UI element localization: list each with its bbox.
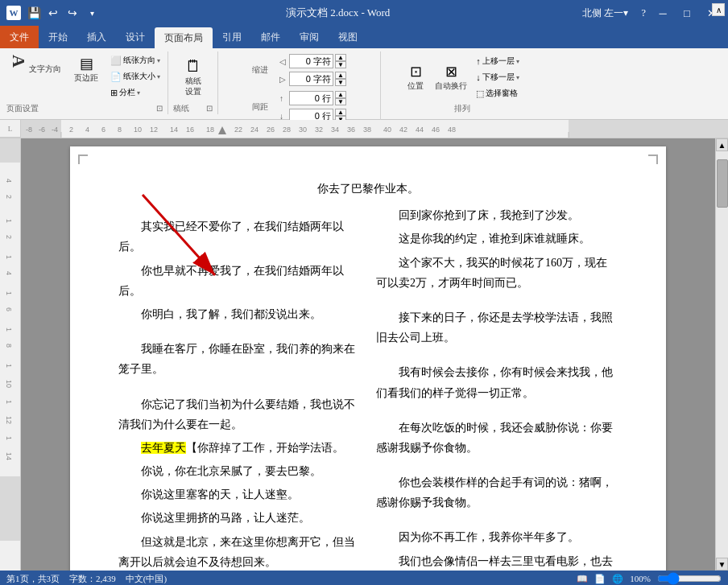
help-button[interactable]: ? bbox=[638, 6, 649, 19]
ribbon-collapse-button[interactable]: ∧ bbox=[712, 3, 725, 16]
tab-mailings[interactable]: 邮件 bbox=[251, 26, 290, 48]
view-page-button[interactable]: 📄 bbox=[594, 574, 606, 584]
tab-view[interactable]: 视图 bbox=[329, 26, 367, 48]
margins-button[interactable]: ▤ 页边距 bbox=[66, 53, 106, 85]
spacer-r2 bbox=[376, 351, 618, 362]
window-title: 演示文档 2.docx - Word bbox=[100, 6, 576, 20]
bring-forward-icon: ↑ bbox=[476, 56, 481, 66]
orientation-button[interactable]: ⬜ 纸张方向 ▾ bbox=[108, 53, 163, 68]
indent-right-down[interactable]: ▼ bbox=[335, 79, 346, 86]
minimize-button[interactable]: ─ bbox=[652, 4, 673, 22]
restore-button[interactable]: □ bbox=[676, 4, 697, 22]
indent-left-up[interactable]: ▲ bbox=[335, 54, 346, 61]
view-read-button[interactable]: 📖 bbox=[577, 574, 588, 584]
arrange-group-label: 排列 bbox=[454, 103, 470, 114]
document-area[interactable]: 你去了巴黎作业本。 其实我已经不爱你了，在我们结婚两年以后。 你也早就不再爱我了… bbox=[21, 138, 715, 571]
tab-home[interactable]: 开始 bbox=[39, 26, 77, 48]
selection-pane-button[interactable]: ⬚ 选择窗格 bbox=[474, 86, 522, 101]
svg-text:40: 40 bbox=[383, 126, 391, 134]
tab-review[interactable]: 审阅 bbox=[290, 26, 329, 48]
tab-references[interactable]: 引用 bbox=[213, 26, 251, 48]
zoom-level: 100% bbox=[630, 574, 651, 583]
columns-button[interactable]: ⊞ 分栏 ▾ bbox=[108, 85, 163, 100]
para-r4: 接下来的日子，你还是去学校学法语，我照旧去公司上班。 bbox=[376, 307, 618, 348]
north-label[interactable]: 北侧 左一▾ bbox=[576, 6, 635, 20]
bring-forward-button[interactable]: ↑ 上移一层 ▾ bbox=[474, 54, 522, 68]
word-app-icon: W bbox=[6, 6, 21, 20]
spacer-r4 bbox=[376, 461, 618, 472]
spacing-before-down[interactable]: ▼ bbox=[335, 98, 346, 105]
page-setup-dialog-launcher[interactable]: ⊡ bbox=[156, 104, 163, 113]
bring-forward-label: 上移一层 bbox=[482, 56, 515, 67]
para-r8: 因为你不再工作，我养你半年多了。 bbox=[376, 527, 618, 547]
draft-dialog-launcher[interactable]: ⊡ bbox=[206, 104, 213, 113]
paper-size-button[interactable]: 📄 纸张大小 ▾ bbox=[108, 69, 163, 84]
status-left: 第1页，共3页 字数：2,439 中文(中国) bbox=[6, 573, 167, 585]
svg-text:6: 6 bbox=[101, 126, 105, 134]
svg-text:24: 24 bbox=[250, 126, 259, 134]
svg-text:14: 14 bbox=[170, 126, 178, 134]
tab-page-layout[interactable]: 页面布局 bbox=[155, 27, 213, 48]
svg-text:14: 14 bbox=[5, 452, 13, 460]
indent-right-up[interactable]: ▲ bbox=[335, 72, 346, 79]
svg-text:18: 18 bbox=[206, 126, 214, 134]
save-button[interactable]: 💾 bbox=[26, 5, 42, 21]
tab-insert[interactable]: 插入 bbox=[77, 26, 116, 48]
orientation-label: 纸张方向 bbox=[123, 55, 155, 66]
para-9: 你说这里拥挤的马路，让人迷茫。 bbox=[118, 508, 360, 528]
scroll-down-button[interactable]: ▼ bbox=[716, 558, 728, 571]
selection-pane-label: 选择窗格 bbox=[486, 88, 518, 99]
tab-design[interactable]: 设计 bbox=[116, 26, 155, 48]
indent-right-input[interactable] bbox=[289, 72, 333, 86]
spacing-after-up[interactable]: ▲ bbox=[335, 109, 346, 116]
svg-text:4: 4 bbox=[85, 126, 89, 134]
position-button[interactable]: ⊡ 位置 bbox=[403, 61, 428, 93]
indent-right-icon: ▷ bbox=[279, 75, 287, 84]
draft-icon: 🗒 bbox=[185, 57, 201, 76]
svg-text:22: 22 bbox=[234, 126, 242, 134]
indent-right-row: ▷ ▲ ▼ bbox=[279, 72, 346, 86]
svg-text:-6: -6 bbox=[39, 126, 45, 134]
spacing-before-input[interactable] bbox=[289, 91, 333, 105]
send-backward-button[interactable]: ↓ 下移一层 ▾ bbox=[474, 70, 522, 84]
scroll-thumb[interactable] bbox=[717, 159, 728, 208]
vertical-ruler: 4 2 1 2 1 4 1 6 1 8 1 10 1 12 1 14 bbox=[0, 138, 21, 571]
zoom-slider[interactable] bbox=[657, 574, 722, 583]
svg-rect-1 bbox=[569, 120, 728, 138]
para-2: 你也早就不再爱我了，在我们结婚两年以后。 bbox=[118, 261, 360, 301]
scroll-track[interactable] bbox=[716, 151, 728, 558]
ruler-corner[interactable]: L bbox=[0, 120, 21, 138]
undo-button[interactable]: ↩ bbox=[45, 5, 61, 21]
qa-more-button[interactable]: ▾ bbox=[84, 5, 100, 21]
scroll-up-button[interactable]: ▲ bbox=[716, 138, 728, 151]
indent-left-input[interactable] bbox=[289, 54, 333, 68]
spacing-before-arrows: ▲ ▼ bbox=[335, 91, 346, 105]
text-direction-button[interactable]: A 文字方向 bbox=[6, 53, 64, 85]
view-web-button[interactable]: 🌐 bbox=[612, 574, 623, 584]
corner-tr bbox=[648, 154, 658, 164]
title-bar: W 💾 ↩ ↪ ▾ 演示文档 2.docx - Word 北侧 左一▾ ? ─ … bbox=[0, 0, 728, 26]
svg-text:26: 26 bbox=[267, 126, 275, 134]
text-direction-label: 文字方向 bbox=[29, 64, 61, 75]
text-direction-icon: A bbox=[10, 55, 27, 84]
redo-button[interactable]: ↪ bbox=[64, 5, 81, 21]
draft-label: 稿纸设置 bbox=[185, 76, 201, 97]
vertical-scrollbar[interactable]: ▲ ▼ bbox=[715, 138, 728, 571]
wrap-text-button[interactable]: ⊠ 自动换行 bbox=[432, 61, 470, 93]
para-3: 你明白，我了解，我们都没说出来。 bbox=[118, 304, 360, 324]
para-r9: 我们也会像情侣一样去三里屯看电影，也去喝咖啡，你爱吃一些奇怪的蛋糕，或抽烟。 bbox=[376, 551, 618, 571]
spacing-before-up[interactable]: ▲ bbox=[335, 91, 346, 98]
draft-group: 🗒 稿纸设置 稿纸 ⊡ bbox=[170, 51, 218, 114]
svg-text:12: 12 bbox=[150, 126, 158, 134]
orientation-icon: ⬜ bbox=[110, 56, 122, 66]
svg-text:1: 1 bbox=[5, 328, 13, 332]
wrap-text-icon: ⊠ bbox=[445, 63, 457, 80]
draft-settings-button[interactable]: 🗒 稿纸设置 bbox=[180, 56, 206, 98]
tab-file[interactable]: 文件 bbox=[0, 26, 39, 48]
indent-left-down[interactable]: ▼ bbox=[335, 61, 346, 68]
spacing-before-icon: ↑ bbox=[279, 94, 287, 103]
send-backward-arrow-icon: ▾ bbox=[516, 74, 519, 81]
page-setup-label: 页面设置 bbox=[6, 103, 39, 114]
para-7: 你说，你在北京呆腻了，要去巴黎。 bbox=[118, 461, 360, 481]
svg-text:46: 46 bbox=[432, 126, 440, 134]
